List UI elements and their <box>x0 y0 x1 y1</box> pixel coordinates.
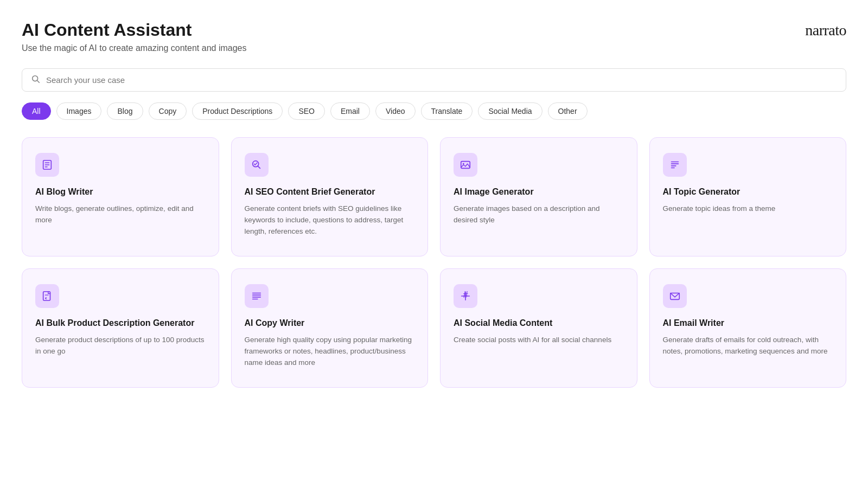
card-desc-bulk-product: Generate product descriptions of up to 1… <box>35 335 206 357</box>
card-title-seo-brief: AI SEO Content Brief Generator <box>245 187 415 198</box>
search-icon <box>31 74 41 86</box>
filter-tab-social-media[interactable]: Social Media <box>478 102 542 120</box>
email-icon <box>663 284 687 308</box>
hash-icon: # <box>454 284 477 308</box>
card-title-image-gen: AI Image Generator <box>454 187 624 198</box>
svg-line-9 <box>255 163 257 165</box>
title-block: AI Content Assistant Use the magic of AI… <box>22 20 246 53</box>
filter-tab-images[interactable]: Images <box>56 102 102 120</box>
svg-line-7 <box>258 166 260 169</box>
card-desc-seo-brief: Generate content briefs with SEO guideli… <box>245 203 415 237</box>
card-desc-blog-writer: Write blogs, generate outlines, optimize… <box>35 203 206 226</box>
card-bulk-product[interactable]: AI Bulk Product Description GeneratorGen… <box>22 268 219 388</box>
search-icon <box>245 153 269 177</box>
list-icon <box>663 153 687 177</box>
card-image-gen[interactable]: AI Image GeneratorGenerate images based … <box>440 137 637 256</box>
search-bar <box>22 68 846 92</box>
filter-tabs: AllImagesBlogCopyProduct DescriptionsSEO… <box>22 102 846 120</box>
card-desc-copy-writer: Generate high quality copy using popular… <box>245 335 415 369</box>
filter-tab-other[interactable]: Other <box>548 102 588 120</box>
card-title-social-media: AI Social Media Content <box>454 318 624 329</box>
card-seo-brief[interactable]: AI SEO Content Brief GeneratorGenerate c… <box>231 137 429 256</box>
search-input[interactable] <box>46 75 837 85</box>
svg-line-1 <box>37 81 39 83</box>
filter-tab-all[interactable]: All <box>22 102 51 120</box>
svg-text:#: # <box>463 290 468 299</box>
card-social-media[interactable]: #AI Social Media ContentCreate social po… <box>440 268 637 388</box>
filter-tab-email[interactable]: Email <box>330 102 370 120</box>
page-subtitle: Use the magic of AI to create amazing co… <box>22 43 246 53</box>
card-email-writer[interactable]: AI Email WriterGenerate drafts of emails… <box>649 268 847 388</box>
svg-rect-16 <box>43 292 50 301</box>
card-title-bulk-product: AI Bulk Product Description Generator <box>35 318 206 329</box>
filter-tab-video[interactable]: Video <box>375 102 416 120</box>
card-title-email-writer: AI Email Writer <box>663 318 833 329</box>
card-title-blog-writer: AI Blog Writer <box>35 187 206 198</box>
page-title: AI Content Assistant <box>22 20 246 40</box>
card-topic-gen[interactable]: AI Topic GeneratorGenerate topic ideas f… <box>649 137 847 256</box>
filter-tab-copy[interactable]: Copy <box>149 102 187 120</box>
cards-grid: AI Blog WriterWrite blogs, generate outl… <box>22 137 846 388</box>
image-icon <box>454 153 477 177</box>
card-title-copy-writer: AI Copy Writer <box>245 318 415 329</box>
page-header: AI Content Assistant Use the magic of AI… <box>22 20 846 53</box>
logo: narrato <box>805 20 846 39</box>
card-desc-image-gen: Generate images based on a description a… <box>454 203 624 226</box>
card-desc-topic-gen: Generate topic ideas from a theme <box>663 203 833 215</box>
card-copy-writer[interactable]: AI Copy WriterGenerate high quality copy… <box>231 268 429 388</box>
card-desc-social-media: Create social posts with AI for all soci… <box>454 335 624 346</box>
card-desc-email-writer: Generate drafts of emails for cold outre… <box>663 335 833 357</box>
filter-tab-product-descriptions[interactable]: Product Descriptions <box>192 102 283 120</box>
filter-tab-seo[interactable]: SEO <box>288 102 325 120</box>
lines-icon <box>245 284 269 308</box>
card-title-topic-gen: AI Topic Generator <box>663 187 833 198</box>
doc-pen-icon <box>35 284 59 308</box>
card-blog-writer[interactable]: AI Blog WriterWrite blogs, generate outl… <box>22 137 219 256</box>
svg-point-11 <box>463 163 464 165</box>
filter-tab-translate[interactable]: Translate <box>421 102 473 120</box>
filter-tab-blog[interactable]: Blog <box>107 102 143 120</box>
doc-icon <box>35 153 59 177</box>
